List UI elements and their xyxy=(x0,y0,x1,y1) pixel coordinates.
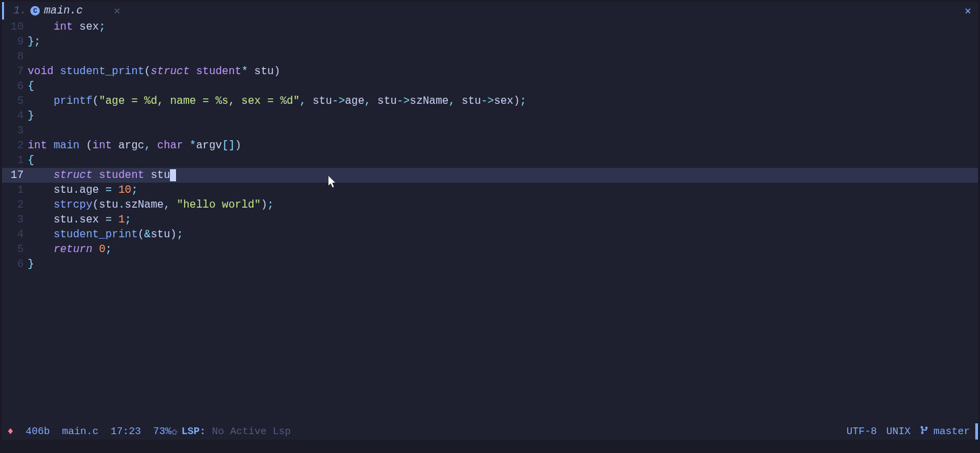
code-line[interactable]: 10 int sex; xyxy=(2,20,978,34)
code-editor[interactable]: 10 int sex;9};87void student_print(struc… xyxy=(2,20,978,423)
code-content: int main (int argc, char *argv[]) xyxy=(28,138,978,153)
code-line[interactable]: 5 return 0; xyxy=(2,242,978,257)
status-filename: main.c xyxy=(62,426,98,437)
line-number: 1 xyxy=(2,183,28,198)
code-content xyxy=(28,49,978,64)
line-number: 2 xyxy=(2,198,28,212)
line-number: 6 xyxy=(2,79,28,94)
line-number: 3 xyxy=(2,212,28,227)
code-line[interactable]: 17 struct student stu xyxy=(2,168,978,183)
text-cursor xyxy=(170,169,176,181)
code-content: int sex; xyxy=(28,20,978,34)
code-line[interactable]: 4} xyxy=(2,109,978,123)
code-line[interactable]: 6{ xyxy=(2,79,978,94)
c-file-icon: C xyxy=(30,6,40,16)
line-number: 7 xyxy=(2,64,28,79)
line-number: 2 xyxy=(2,138,28,153)
line-number: 6 xyxy=(2,257,28,272)
code-content: strcpy(stu.szName, "hello world"); xyxy=(28,198,978,212)
code-content: { xyxy=(28,79,978,94)
line-number: 17 xyxy=(2,168,28,183)
line-number: 10 xyxy=(2,20,28,34)
line-number: 1 xyxy=(2,153,28,168)
gear-icon: ✿ xyxy=(171,425,177,438)
code-content: stu.age = 10; xyxy=(28,183,978,198)
line-number: 5 xyxy=(2,242,28,257)
status-fileformat: UNIX xyxy=(886,426,911,437)
panel-close-icon[interactable]: ✕ xyxy=(964,4,971,18)
tab-filename: main.c xyxy=(44,5,83,17)
tab-index: 1. xyxy=(13,5,26,17)
code-content: struct student stu xyxy=(28,168,978,183)
status-filesize: 406b xyxy=(26,426,50,437)
code-line[interactable]: 3 xyxy=(2,123,978,138)
lsp-status: No Active Lsp xyxy=(212,426,291,437)
code-content: student_print(&stu); xyxy=(28,227,978,242)
line-number: 3 xyxy=(2,123,28,138)
code-content: { xyxy=(28,153,978,168)
code-content: printf("age = %d, name = %s, sex = %d", … xyxy=(28,94,978,109)
branch-icon xyxy=(920,425,929,438)
code-line[interactable]: 8 xyxy=(2,49,978,64)
code-content: }; xyxy=(28,34,978,49)
code-content: stu.sex = 1; xyxy=(28,212,978,227)
code-line[interactable]: 1 stu.age = 10; xyxy=(2,183,978,198)
code-line[interactable]: 3 stu.sex = 1; xyxy=(2,212,978,227)
code-content: return 0; xyxy=(28,242,978,257)
git-branch[interactable]: master xyxy=(920,425,970,438)
code-line[interactable]: 7void student_print(struct student* stu) xyxy=(2,64,978,79)
code-line[interactable]: 6} xyxy=(2,257,978,272)
code-line[interactable]: 9}; xyxy=(2,34,978,49)
tab-close-icon[interactable]: ✕ xyxy=(114,4,121,18)
code-content: } xyxy=(28,109,978,123)
line-number: 4 xyxy=(2,109,28,123)
line-number: 4 xyxy=(2,227,28,242)
code-line[interactable]: 2 strcpy(stu.szName, "hello world"); xyxy=(2,198,978,212)
code-content xyxy=(28,123,978,138)
code-line[interactable]: 4 student_print(&stu); xyxy=(2,227,978,242)
status-line: ♦ 406b main.c 17:23 73% ✿ LSP: No Active… xyxy=(2,423,978,440)
command-line[interactable] xyxy=(2,440,978,453)
status-position: 17:23 xyxy=(111,426,141,437)
line-number: 9 xyxy=(2,34,28,49)
branch-name: master xyxy=(933,426,970,437)
code-line[interactable]: 2int main (int argc, char *argv[]) xyxy=(2,138,978,153)
code-content: void student_print(struct student* stu) xyxy=(28,64,978,79)
code-line[interactable]: 1{ xyxy=(2,153,978,168)
lsp-label: LSP: xyxy=(181,426,206,437)
status-percent: 73% xyxy=(153,426,171,437)
code-content: } xyxy=(28,257,978,272)
line-number: 5 xyxy=(2,94,28,109)
tab-bar: 1. C main.c ✕ ✕ xyxy=(2,2,978,20)
status-encoding: UTF-8 xyxy=(846,426,877,437)
line-number: 8 xyxy=(2,49,28,64)
mode-icon: ♦ xyxy=(7,426,13,437)
tab-main-c[interactable]: 1. C main.c xyxy=(8,5,88,17)
code-line[interactable]: 5 printf("age = %d, name = %s, sex = %d"… xyxy=(2,94,978,109)
